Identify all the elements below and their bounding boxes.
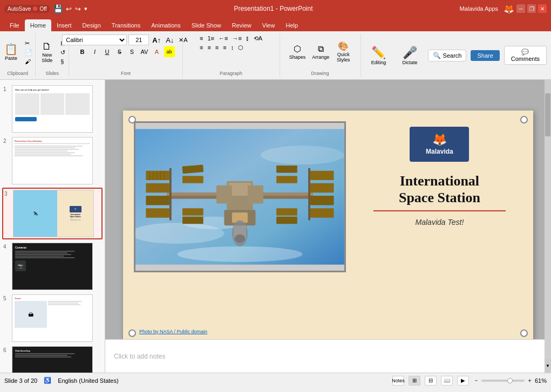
comments-button[interactable]: 💬 Comments — [504, 46, 547, 65]
justify-button[interactable]: ≡ — [221, 44, 228, 52]
slide-title[interactable]: InternationalSpace Station — [399, 173, 480, 206]
svg-rect-28 — [276, 176, 297, 183]
slide-caption[interactable]: Photo by NASA / Public domain — [139, 329, 207, 334]
tab-slideshow[interactable]: Slide Show — [186, 19, 227, 31]
slide-image-frame[interactable] — [134, 121, 346, 272]
caption-text: by NASA / Public domain — [153, 329, 207, 334]
zoom-in-button[interactable]: ＋ — [527, 376, 533, 384]
line-spacing-button[interactable]: ↕ — [229, 44, 236, 52]
tab-view[interactable]: View — [257, 19, 281, 31]
svg-rect-22 — [308, 168, 310, 220]
caption-link[interactable]: Photo — [139, 329, 152, 334]
slide-thumb-4[interactable]: 4 Cameras 📷 — [2, 242, 103, 291]
share-button[interactable]: Share — [471, 50, 499, 61]
arrange-button[interactable]: ⧉ Arrange — [310, 44, 331, 61]
editing-button[interactable]: ✏️ Editing — [365, 44, 392, 67]
align-right-button[interactable]: ≡ — [214, 44, 220, 52]
indent-dec-button[interactable]: ←≡ — [217, 35, 229, 43]
strikethrough-button[interactable]: S̶ — [114, 46, 125, 57]
italic-button[interactable]: I — [90, 46, 100, 57]
spacing-button[interactable]: AV — [139, 46, 150, 57]
tab-home[interactable]: Home — [25, 19, 51, 31]
slide-img-6: Skateboarding — [12, 346, 93, 373]
zoom-out-button[interactable]: － — [473, 376, 479, 384]
notes-button[interactable]: Notes — [392, 376, 404, 386]
dictate-button[interactable]: 🎤 Dictate — [397, 44, 424, 67]
slide-thumb-2[interactable]: 2 Researchers key takeaway — [2, 136, 103, 185]
font-size-input[interactable] — [128, 35, 149, 45]
font-color-button[interactable]: A — [152, 46, 162, 57]
canvas-area: 🦊 Malavida InternationalSpace Station Ma… — [105, 80, 551, 373]
tab-design[interactable]: Design — [77, 19, 106, 31]
format-painter-button[interactable]: 🖌 — [23, 58, 34, 65]
undo-icon[interactable]: ↩ — [66, 5, 72, 13]
slide-thumb-1[interactable]: 1 How can we help you get started — [2, 84, 103, 134]
slide-thumb-6[interactable]: 6 Skateboarding — [2, 345, 103, 373]
search-button[interactable]: 🔍 Search — [428, 50, 467, 61]
decrease-font-button[interactable]: A↓ — [164, 36, 175, 45]
tab-animations[interactable]: Animations — [146, 19, 186, 31]
ribbon-group-clipboard: 📋 Paste ✂ 📄 🖌 Clipboard — [0, 33, 36, 77]
tab-insert[interactable]: Insert — [51, 19, 77, 31]
fox-icon: 🦊 — [504, 4, 514, 14]
save-icon[interactable]: 💾 — [53, 4, 63, 13]
smart-art-button[interactable]: ⬡ — [236, 44, 245, 52]
new-slide-icon: 🗋 — [42, 42, 52, 51]
indent-inc-button[interactable]: →≡ — [230, 35, 243, 43]
minimize-button[interactable]: ─ — [516, 4, 525, 13]
svg-rect-29 — [276, 208, 297, 216]
cut-button[interactable]: ✂ — [23, 39, 34, 47]
slide-subtitle[interactable]: Malavida Test! — [416, 218, 464, 226]
zoom-thumb — [507, 378, 513, 383]
shapes-button[interactable]: ⬡ Shapes — [287, 44, 308, 61]
clipboard-label: Clipboard — [7, 71, 28, 76]
quick-styles-button[interactable]: 🎨 QuickStyles — [334, 41, 353, 64]
zoom-slider[interactable] — [481, 380, 525, 382]
shapes-label: Shapes — [289, 54, 306, 60]
slideshow-button[interactable]: ▶ — [457, 376, 469, 386]
canvas-scrollbar-v[interactable]: ▼ — [545, 80, 551, 373]
notes-area[interactable]: Click to add notes — [105, 339, 545, 373]
close-button[interactable]: ✕ — [538, 4, 547, 13]
paste-button[interactable]: 📋 Paste — [2, 43, 21, 62]
app-title: Presentation1 - PowerPoint — [87, 5, 460, 12]
zoom-percent[interactable]: 61% — [535, 377, 547, 384]
slide-num-5: 5 — [3, 295, 10, 301]
bullets-button[interactable]: ≡ — [198, 35, 205, 43]
svg-rect-30 — [276, 216, 297, 224]
restore-button[interactable]: ❐ — [527, 4, 536, 13]
editing-icon: ✏️ — [371, 46, 386, 60]
ribbon-group-paragraph: ≡ 1≡ ←≡ →≡ ⫿ ⟲A ≡ ≡ ≡ ≡ ↕ ⬡ Paragraph — [183, 33, 280, 77]
tab-review[interactable]: Review — [227, 19, 257, 31]
shadow-button[interactable]: S — [127, 46, 138, 57]
bold-button[interactable]: B — [77, 46, 88, 57]
paragraph-label: Paragraph — [220, 71, 242, 76]
tab-file[interactable]: File — [4, 19, 25, 31]
underline-button[interactable]: U — [102, 46, 113, 57]
align-left-button[interactable]: ≡ — [198, 44, 205, 52]
tab-help[interactable]: Help — [280, 19, 303, 31]
reading-view-button[interactable]: 📖 — [441, 376, 453, 386]
drawing-content: ⬡ Shapes ⧉ Arrange 🎨 QuickStyles — [287, 35, 353, 70]
slide-thumb-3[interactable]: 3 🛰 M InternationalSpace Station Malavid… — [2, 188, 103, 239]
copy-button[interactable]: 📄 — [23, 49, 34, 57]
align-center-button[interactable]: ≡ — [206, 44, 212, 52]
redo-icon[interactable]: ↪ — [75, 5, 81, 13]
increase-font-button[interactable]: A↑ — [151, 36, 162, 45]
autosave-toggle[interactable]: AutoSave Off — [4, 5, 50, 13]
normal-view-button[interactable]: ⊞ — [409, 376, 420, 386]
new-slide-button[interactable]: 🗋 NewSlide — [37, 40, 57, 64]
slide-canvas[interactable]: 🦊 Malavida InternationalSpace Station Ma… — [123, 111, 533, 342]
font-name-select[interactable]: Calibri — [62, 35, 127, 45]
numbering-button[interactable]: 1≡ — [206, 35, 216, 43]
columns-button[interactable]: ⫿ — [244, 35, 251, 43]
language[interactable]: English (United States) — [58, 377, 119, 384]
highlight-button[interactable]: ab — [164, 46, 175, 57]
arrange-label: Arrange — [312, 54, 329, 60]
accessibility-icon[interactable]: ♿ — [44, 377, 51, 384]
slide-sorter-button[interactable]: ⊟ — [425, 376, 437, 386]
slide-thumb-5[interactable]: 5 Travel 🏔 — [2, 293, 103, 343]
ribbon-tabs: File Home Insert Design Transitions Anim… — [0, 17, 551, 31]
tab-transitions[interactable]: Transitions — [106, 19, 146, 31]
text-direction-button[interactable]: ⟲A — [252, 35, 264, 43]
